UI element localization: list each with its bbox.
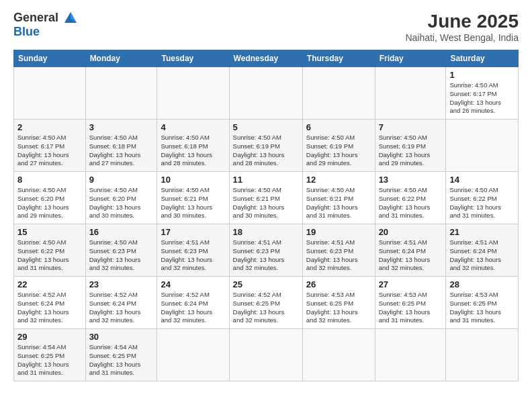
day-info: Sunrise: 4:50 AM Sunset: 6:17 PM Dayligh… xyxy=(449,81,515,116)
location: Naihati, West Bengal, India xyxy=(405,32,519,43)
calendar-cell: 2Sunrise: 4:50 AM Sunset: 6:17 PM Daylig… xyxy=(14,120,86,172)
day-number: 29 xyxy=(17,332,82,342)
calendar-cell xyxy=(14,67,86,120)
calendar-cell xyxy=(375,329,446,381)
day-number: 21 xyxy=(449,227,515,237)
day-number: 10 xyxy=(161,175,225,185)
calendar-cell: 13Sunrise: 4:50 AM Sunset: 6:22 PM Dayli… xyxy=(375,172,446,224)
day-info: Sunrise: 4:50 AM Sunset: 6:20 PM Dayligh… xyxy=(17,186,82,220)
day-header-monday: Monday xyxy=(85,50,157,67)
calendar-cell: 19Sunrise: 4:51 AM Sunset: 6:23 PM Dayli… xyxy=(302,224,375,277)
calendar-week-1: 1Sunrise: 4:50 AM Sunset: 6:17 PM Daylig… xyxy=(14,67,519,120)
calendar-cell: 8Sunrise: 4:50 AM Sunset: 6:20 PM Daylig… xyxy=(14,172,86,224)
calendar-cell: 23Sunrise: 4:52 AM Sunset: 6:24 PM Dayli… xyxy=(85,277,157,329)
title-section: June 2025 Naihati, West Bengal, India xyxy=(405,11,519,43)
calendar-cell xyxy=(229,329,302,381)
calendar-cell: 1Sunrise: 4:50 AM Sunset: 6:17 PM Daylig… xyxy=(446,67,519,120)
day-number: 13 xyxy=(379,175,443,185)
day-info: Sunrise: 4:50 AM Sunset: 6:22 PM Dayligh… xyxy=(449,186,515,220)
day-header-friday: Friday xyxy=(375,50,446,67)
day-number: 8 xyxy=(17,175,82,185)
day-info: Sunrise: 4:50 AM Sunset: 6:21 PM Dayligh… xyxy=(306,186,371,220)
calendar-cell: 20Sunrise: 4:51 AM Sunset: 6:24 PM Dayli… xyxy=(375,224,446,277)
day-info: Sunrise: 4:50 AM Sunset: 6:19 PM Dayligh… xyxy=(306,134,371,168)
day-info: Sunrise: 4:50 AM Sunset: 6:19 PM Dayligh… xyxy=(233,134,299,168)
day-info: Sunrise: 4:54 AM Sunset: 6:25 PM Dayligh… xyxy=(89,343,154,377)
calendar-week-4: 15Sunrise: 4:50 AM Sunset: 6:22 PM Dayli… xyxy=(14,224,519,277)
calendar-cell xyxy=(302,67,375,120)
day-number: 19 xyxy=(306,227,371,237)
day-info: Sunrise: 4:54 AM Sunset: 6:25 PM Dayligh… xyxy=(17,343,82,377)
day-info: Sunrise: 4:51 AM Sunset: 6:24 PM Dayligh… xyxy=(379,238,443,273)
calendar-cell xyxy=(157,67,229,120)
day-number: 15 xyxy=(17,227,82,237)
day-info: Sunrise: 4:52 AM Sunset: 6:25 PM Dayligh… xyxy=(233,291,299,325)
calendar-cell: 29Sunrise: 4:54 AM Sunset: 6:25 PM Dayli… xyxy=(14,329,86,381)
calendar-cell: 26Sunrise: 4:53 AM Sunset: 6:25 PM Dayli… xyxy=(302,277,375,329)
calendar-week-2: 2Sunrise: 4:50 AM Sunset: 6:17 PM Daylig… xyxy=(14,120,519,172)
calendar-cell: 12Sunrise: 4:50 AM Sunset: 6:21 PM Dayli… xyxy=(302,172,375,224)
day-number: 6 xyxy=(306,122,371,132)
calendar-cell xyxy=(375,67,446,120)
day-info: Sunrise: 4:50 AM Sunset: 6:19 PM Dayligh… xyxy=(379,134,443,168)
day-info: Sunrise: 4:50 AM Sunset: 6:22 PM Dayligh… xyxy=(17,238,82,273)
calendar-cell: 5Sunrise: 4:50 AM Sunset: 6:19 PM Daylig… xyxy=(229,120,302,172)
logo-icon xyxy=(63,11,78,26)
day-info: Sunrise: 4:50 AM Sunset: 6:20 PM Dayligh… xyxy=(89,186,154,220)
calendar-cell: 14Sunrise: 4:50 AM Sunset: 6:22 PM Dayli… xyxy=(446,172,519,224)
day-info: Sunrise: 4:53 AM Sunset: 6:25 PM Dayligh… xyxy=(449,291,515,325)
day-header-wednesday: Wednesday xyxy=(229,50,302,67)
day-number: 30 xyxy=(89,332,154,342)
calendar-cell: 22Sunrise: 4:52 AM Sunset: 6:24 PM Dayli… xyxy=(14,277,86,329)
calendar-cell: 21Sunrise: 4:51 AM Sunset: 6:24 PM Dayli… xyxy=(446,224,519,277)
day-number: 11 xyxy=(233,175,299,185)
day-number: 24 xyxy=(161,279,225,289)
calendar-table: SundayMondayTuesdayWednesdayThursdayFrid… xyxy=(13,50,519,381)
day-number: 14 xyxy=(449,175,515,185)
logo: General Blue xyxy=(13,11,79,39)
day-header-thursday: Thursday xyxy=(302,50,375,67)
calendar-cell: 17Sunrise: 4:51 AM Sunset: 6:23 PM Dayli… xyxy=(157,224,229,277)
day-number: 28 xyxy=(449,279,515,289)
calendar-cell: 15Sunrise: 4:50 AM Sunset: 6:22 PM Dayli… xyxy=(14,224,86,277)
day-number: 23 xyxy=(89,279,154,289)
calendar-cell xyxy=(229,67,302,120)
day-number: 25 xyxy=(233,279,299,289)
day-info: Sunrise: 4:50 AM Sunset: 6:21 PM Dayligh… xyxy=(233,186,299,220)
day-number: 27 xyxy=(379,279,443,289)
day-number: 7 xyxy=(379,122,443,132)
calendar-cell: 30Sunrise: 4:54 AM Sunset: 6:25 PM Dayli… xyxy=(85,329,157,381)
calendar-week-3: 8Sunrise: 4:50 AM Sunset: 6:20 PM Daylig… xyxy=(14,172,519,224)
calendar-cell: 25Sunrise: 4:52 AM Sunset: 6:25 PM Dayli… xyxy=(229,277,302,329)
day-number: 22 xyxy=(17,279,82,289)
day-info: Sunrise: 4:50 AM Sunset: 6:23 PM Dayligh… xyxy=(89,238,154,273)
day-info: Sunrise: 4:50 AM Sunset: 6:22 PM Dayligh… xyxy=(379,186,443,220)
day-info: Sunrise: 4:51 AM Sunset: 6:23 PM Dayligh… xyxy=(161,238,225,273)
day-header-sunday: Sunday xyxy=(14,50,86,67)
calendar-cell xyxy=(446,329,519,381)
day-info: Sunrise: 4:52 AM Sunset: 6:24 PM Dayligh… xyxy=(17,291,82,325)
day-header-saturday: Saturday xyxy=(446,50,519,67)
calendar-cell: 28Sunrise: 4:53 AM Sunset: 6:25 PM Dayli… xyxy=(446,277,519,329)
calendar-cell: 16Sunrise: 4:50 AM Sunset: 6:23 PM Dayli… xyxy=(85,224,157,277)
calendar-cell: 6Sunrise: 4:50 AM Sunset: 6:19 PM Daylig… xyxy=(302,120,375,172)
day-number: 17 xyxy=(161,227,225,237)
day-number: 1 xyxy=(449,70,515,80)
day-number: 26 xyxy=(306,279,371,289)
day-number: 4 xyxy=(161,122,225,132)
calendar-cell: 9Sunrise: 4:50 AM Sunset: 6:20 PM Daylig… xyxy=(85,172,157,224)
calendar-cell xyxy=(157,329,229,381)
calendar-cell: 4Sunrise: 4:50 AM Sunset: 6:18 PM Daylig… xyxy=(157,120,229,172)
logo-general: General xyxy=(13,11,58,24)
calendar-cell: 11Sunrise: 4:50 AM Sunset: 6:21 PM Dayli… xyxy=(229,172,302,224)
calendar-header-row: SundayMondayTuesdayWednesdayThursdayFrid… xyxy=(14,50,519,67)
day-number: 3 xyxy=(89,122,154,132)
day-number: 18 xyxy=(233,227,299,237)
calendar-week-5: 22Sunrise: 4:52 AM Sunset: 6:24 PM Dayli… xyxy=(14,277,519,329)
calendar-week-6: 29Sunrise: 4:54 AM Sunset: 6:25 PM Dayli… xyxy=(14,329,519,381)
day-number: 2 xyxy=(17,122,82,132)
header: General Blue June 2025 Naihati, West Ben… xyxy=(13,11,519,43)
day-number: 20 xyxy=(379,227,443,237)
day-info: Sunrise: 4:52 AM Sunset: 6:24 PM Dayligh… xyxy=(89,291,154,325)
month-title: June 2025 xyxy=(405,11,519,32)
